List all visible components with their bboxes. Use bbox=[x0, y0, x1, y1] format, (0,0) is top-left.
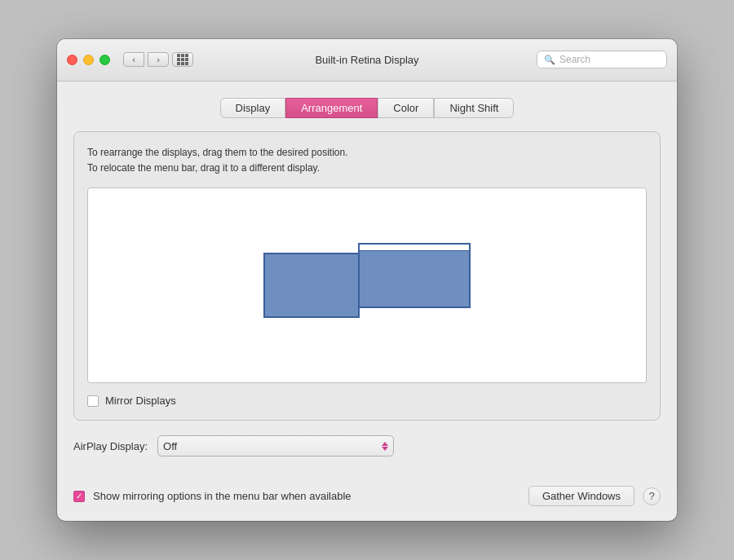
maximize-button[interactable] bbox=[99, 55, 110, 65]
nav-buttons: ‹ › bbox=[123, 52, 169, 67]
airplay-label: AirPlay Display: bbox=[73, 440, 148, 452]
tab-arrangement[interactable]: Arrangement bbox=[285, 98, 378, 118]
bottom-bar: ✓ Show mirroring options in the menu bar… bbox=[57, 473, 677, 521]
help-button[interactable]: ? bbox=[643, 487, 661, 505]
content-area: Display Arrangement Color Night Shift To… bbox=[57, 82, 677, 473]
mirror-displays-checkbox[interactable] bbox=[87, 395, 99, 407]
forward-button[interactable]: › bbox=[148, 52, 169, 67]
airplay-row: AirPlay Display: Off bbox=[73, 435, 661, 456]
airplay-select[interactable]: Off bbox=[157, 435, 394, 456]
select-arrows-icon bbox=[382, 442, 388, 451]
panel-instructions: To rearrange the displays, drag them to … bbox=[87, 145, 647, 176]
tab-display[interactable]: Display bbox=[220, 98, 286, 118]
displays-container bbox=[263, 253, 471, 318]
search-icon: 🔍 bbox=[544, 55, 555, 65]
tab-color[interactable]: Color bbox=[378, 98, 434, 118]
close-button[interactable] bbox=[67, 55, 77, 65]
main-window: ‹ › Built-in Retina Display 🔍 Display Ar… bbox=[57, 39, 677, 521]
instruction-line-2: To relocate the menu bar, drag it to a d… bbox=[87, 161, 647, 176]
mirror-displays-label: Mirror Displays bbox=[105, 395, 176, 407]
gather-windows-button[interactable]: Gather Windows bbox=[528, 486, 635, 506]
mirroring-options-checkbox[interactable]: ✓ bbox=[73, 491, 85, 502]
grid-icon bbox=[177, 54, 188, 65]
select-arrow-up-icon bbox=[382, 442, 388, 446]
traffic-lights bbox=[67, 55, 110, 65]
window-title: Built-in Retina Display bbox=[315, 54, 418, 66]
display-arrangement-area[interactable] bbox=[87, 187, 647, 383]
airplay-value: Off bbox=[163, 440, 177, 452]
back-button[interactable]: ‹ bbox=[123, 52, 144, 67]
instruction-line-1: To rearrange the displays, drag them to … bbox=[87, 145, 647, 161]
mirror-row: Mirror Displays bbox=[87, 395, 647, 407]
select-arrow-down-icon bbox=[382, 447, 388, 451]
secondary-display[interactable] bbox=[358, 243, 471, 308]
primary-display[interactable] bbox=[263, 253, 360, 318]
grid-button[interactable] bbox=[172, 52, 193, 67]
arrangement-panel: To rearrange the displays, drag them to … bbox=[73, 131, 661, 421]
mirroring-options-label: Show mirroring options in the menu bar w… bbox=[93, 490, 520, 502]
titlebar: ‹ › Built-in Retina Display 🔍 bbox=[57, 39, 677, 82]
search-input[interactable] bbox=[559, 54, 660, 65]
minimize-button[interactable] bbox=[83, 55, 94, 65]
search-box[interactable]: 🔍 bbox=[537, 51, 667, 68]
tab-bar: Display Arrangement Color Night Shift bbox=[73, 98, 661, 118]
menubar-indicator bbox=[360, 245, 469, 251]
tab-night-shift[interactable]: Night Shift bbox=[434, 98, 514, 118]
